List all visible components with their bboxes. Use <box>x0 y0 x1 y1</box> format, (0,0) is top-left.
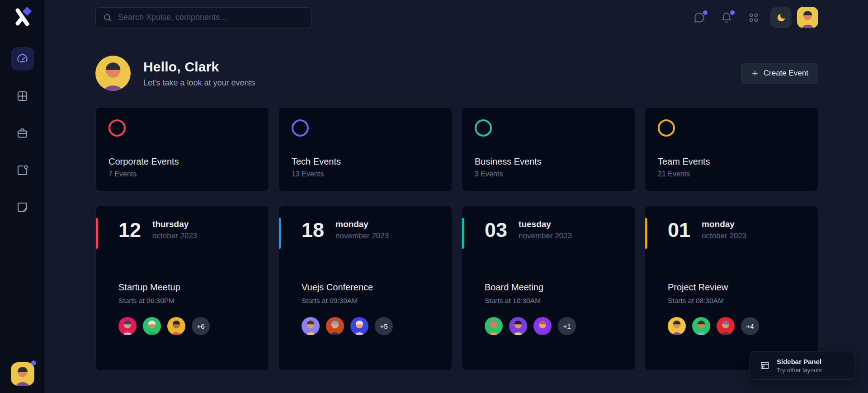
sidebar-panel-toast[interactable]: Sidebar Panel Try other layouts <box>750 351 855 380</box>
category-card[interactable]: Business Events 3 Events <box>462 107 635 191</box>
toast-subtitle: Try other layouts <box>777 367 822 374</box>
online-status-badge <box>31 360 36 365</box>
greeting-subtitle: Let's take a look at your events <box>143 78 255 88</box>
attendee-avatar[interactable] <box>668 317 686 335</box>
attendee-avatar[interactable] <box>302 317 320 335</box>
event-weekday: thursday <box>152 219 197 229</box>
plus-icon <box>751 70 759 77</box>
topbar <box>95 7 818 28</box>
sidebar-nav <box>11 47 34 219</box>
more-attendees-badge[interactable]: +4 <box>741 317 759 335</box>
event-accent-bar <box>279 218 281 249</box>
category-title: Business Events <box>475 156 622 167</box>
search-icon <box>103 13 112 22</box>
layout-icon <box>760 360 770 370</box>
attendee-avatar[interactable] <box>485 317 503 335</box>
sidebar-item-stickers[interactable] <box>11 195 34 219</box>
event-accent-bar <box>645 218 647 249</box>
event-time: Starts at 09:30AM <box>302 297 441 305</box>
more-attendees-badge[interactable]: +6 <box>192 317 210 335</box>
category-card[interactable]: Team Events 21 Events <box>645 107 818 191</box>
frame-dot-icon <box>16 164 28 176</box>
category-count: 3 Events <box>475 170 622 178</box>
event-date: 18 monday november 2023 <box>302 219 441 241</box>
category-ring-icon <box>292 119 309 137</box>
attendee-avatar[interactable] <box>717 317 735 335</box>
event-card[interactable]: 12 thursday october 2023 Startup Meetup … <box>95 206 269 371</box>
topbar-actions <box>693 7 818 28</box>
event-day: 01 <box>668 220 690 240</box>
messages-button[interactable] <box>693 12 705 24</box>
sidebar <box>0 0 45 393</box>
event-card[interactable]: 01 monday october 2023 Project Review St… <box>645 206 818 371</box>
sidebar-user-avatar[interactable] <box>11 362 34 386</box>
more-attendees-badge[interactable]: +1 <box>558 317 576 335</box>
avatar <box>11 362 34 386</box>
attendee-avatar[interactable] <box>533 317 552 335</box>
event-title: Board Meeting <box>485 282 624 293</box>
category-ring-icon <box>475 119 492 137</box>
event-time: Starts at 08:30AM <box>668 297 807 305</box>
create-event-button[interactable]: Create Event <box>741 63 818 84</box>
category-card[interactable]: Tech Events 13 Events <box>278 107 452 191</box>
moon-icon <box>776 13 786 23</box>
category-card[interactable]: Corporate Events 7 Events <box>95 107 269 191</box>
sidebar-item-apps[interactable] <box>11 84 34 108</box>
avatar <box>797 7 818 28</box>
event-day: 12 <box>118 220 141 240</box>
event-day: 18 <box>302 220 324 240</box>
attendee-avatar[interactable] <box>509 317 527 335</box>
notifications-button[interactable] <box>721 12 732 24</box>
attendee-avatar[interactable] <box>143 317 161 335</box>
search-box[interactable] <box>95 7 311 28</box>
greeting-title: Hello, Clark <box>143 59 255 75</box>
event-date: 12 thursday october 2023 <box>118 219 258 241</box>
xpulse-logo-icon[interactable] <box>12 6 33 27</box>
search-input[interactable] <box>118 13 304 22</box>
event-accent-bar <box>462 218 464 249</box>
event-title: Project Review <box>668 282 807 293</box>
topbar-user-avatar[interactable] <box>797 7 818 28</box>
more-attendees-badge[interactable]: +5 <box>375 317 393 335</box>
sticker-icon <box>16 201 28 213</box>
category-ring-icon <box>658 119 675 137</box>
category-title: Corporate Events <box>108 156 256 167</box>
event-time: Starts at 10:30AM <box>485 297 624 305</box>
attendee-avatar[interactable] <box>326 317 344 335</box>
attendee-avatar[interactable] <box>118 317 137 335</box>
attendee-avatar[interactable] <box>692 317 710 335</box>
category-title: Team Events <box>658 156 805 167</box>
apps-menu-button[interactable] <box>748 12 760 24</box>
category-cards: Corporate Events 7 Events Tech Events 13… <box>95 107 818 191</box>
category-count: 21 Events <box>658 170 805 178</box>
event-weekday: monday <box>702 219 746 229</box>
event-month-year: november 2023 <box>519 232 572 241</box>
event-card[interactable]: 03 tuesday november 2023 Board Meeting S… <box>462 206 635 371</box>
main-content: Hello, Clark Let's take a look at your e… <box>45 0 868 371</box>
sidebar-item-work[interactable] <box>11 121 34 145</box>
event-date: 01 monday october 2023 <box>668 219 807 241</box>
event-attendees: +4 <box>668 317 807 335</box>
event-month-year: october 2023 <box>152 232 197 241</box>
gauge-icon <box>16 53 28 65</box>
event-accent-bar <box>96 218 98 249</box>
event-month-year: october 2023 <box>702 232 746 241</box>
notification-dot-badge <box>730 10 735 15</box>
sidebar-item-dashboard[interactable] <box>11 47 34 71</box>
event-date: 03 tuesday november 2023 <box>485 219 624 241</box>
event-time: Starts at 06:30PM <box>118 297 258 305</box>
event-weekday: tuesday <box>519 219 572 229</box>
event-weekday: monday <box>335 219 389 229</box>
toast-title: Sidebar Panel <box>777 358 822 365</box>
notification-dot-badge <box>703 10 708 15</box>
greeting-avatar <box>95 56 131 91</box>
bell-icon <box>721 17 732 25</box>
sidebar-item-frames[interactable] <box>11 158 34 182</box>
event-month-year: november 2023 <box>335 232 389 241</box>
attendee-avatar[interactable] <box>167 317 185 335</box>
attendee-avatar[interactable] <box>350 317 368 335</box>
greeting-section: Hello, Clark Let's take a look at your e… <box>95 56 818 91</box>
event-card[interactable]: 18 monday november 2023 Vuejs Conference… <box>278 206 452 371</box>
theme-toggle-button[interactable] <box>770 7 792 28</box>
category-count: 7 Events <box>108 170 256 178</box>
